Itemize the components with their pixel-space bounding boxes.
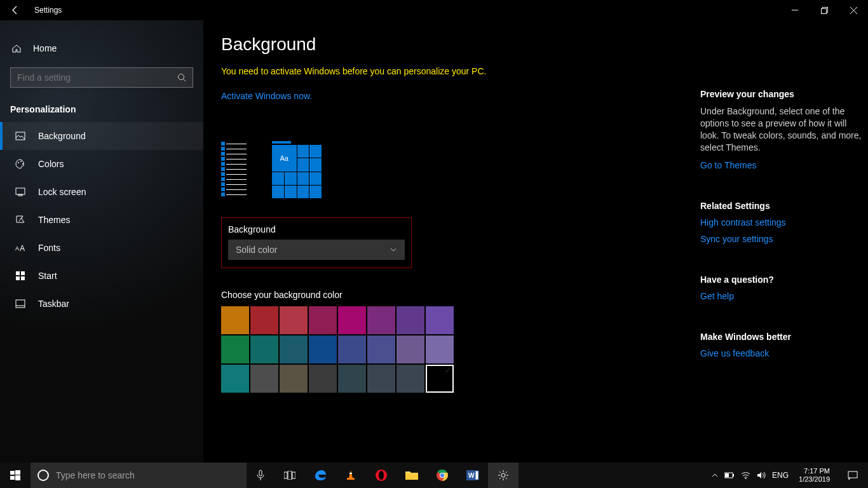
color-swatch[interactable] [280,336,308,363]
edge-app[interactable] [305,463,336,488]
svg-rect-29 [349,473,352,474]
color-swatch[interactable] [426,306,454,334]
maximize-button[interactable] [810,0,839,20]
color-swatch[interactable] [309,336,337,363]
tray-time: 7:17 PM [799,467,830,475]
edge-icon [313,468,327,482]
start-icon [15,271,25,281]
home-label: Home [33,43,57,53]
help-link[interactable]: Get help [700,291,865,301]
color-swatch[interactable] [397,365,424,393]
taskview-button[interactable] [275,463,305,488]
preview-heading: Preview your changes [700,89,865,99]
nav-start[interactable]: Start [0,262,203,290]
minimize-button[interactable] [780,0,810,20]
svg-point-6 [18,162,19,163]
color-swatch[interactable] [280,306,308,334]
color-swatch[interactable] [338,365,366,393]
color-swatch[interactable] [397,306,424,334]
better-heading: Make Windows better [700,332,865,342]
color-swatch[interactable] [221,336,249,363]
home-icon [11,43,22,53]
themes-link[interactable]: Go to Themes [700,160,865,170]
color-swatch[interactable] [309,306,337,334]
svg-point-35 [440,473,444,477]
chevron-up-icon [712,472,718,478]
svg-line-4 [184,79,186,82]
action-center[interactable] [840,471,865,480]
tray-wifi[interactable] [741,471,750,479]
background-dropdown[interactable]: Solid color [228,240,405,260]
color-swatch[interactable] [250,365,278,393]
color-swatch[interactable] [338,306,366,334]
color-swatch[interactable] [367,365,395,393]
activate-link[interactable]: Activate Windows now. [221,91,312,101]
nav-label: Taskbar [38,299,69,309]
home-nav[interactable]: Home [0,36,203,61]
color-swatch[interactable] [367,306,395,334]
related-heading: Related Settings [700,201,865,211]
svg-rect-24 [259,470,262,476]
feedback-link[interactable]: Give us feedback [700,348,865,358]
preview-aa: Aa [272,145,297,172]
tray-lang[interactable]: ENG [772,471,789,480]
sync-link[interactable]: Sync your settings [700,234,865,244]
color-swatch[interactable] [426,336,454,363]
tray-battery[interactable] [724,472,735,478]
taskbar-search[interactable]: Type here to search [31,463,247,488]
nav-taskbar[interactable]: Taskbar [0,290,203,318]
vlc-app[interactable] [336,463,366,488]
preview-start: Aa [272,141,322,198]
close-button[interactable] [839,0,868,20]
opera-icon [375,469,388,482]
color-swatch[interactable] [426,365,454,393]
mic-button[interactable] [247,463,275,488]
word-app[interactable]: W [458,463,488,488]
opera-app[interactable] [366,463,397,488]
svg-rect-2 [821,8,826,13]
color-swatch[interactable] [397,336,424,363]
color-swatch[interactable] [367,336,395,363]
svg-rect-10 [18,194,22,196]
color-swatch[interactable] [221,365,249,393]
svg-rect-38 [475,471,478,480]
sidebar: Home Personalization Background Colors L… [0,20,203,463]
sidebar-search-input[interactable] [17,72,177,83]
volume-icon [757,471,766,479]
chrome-app[interactable] [427,463,458,488]
sidebar-search[interactable] [10,67,193,88]
nav-lock-screen[interactable]: Lock screen [0,178,203,206]
windows-icon [10,470,20,480]
window-title: Settings [25,6,62,15]
svg-rect-28 [347,478,355,480]
minimize-icon [792,7,798,13]
nav-background[interactable]: Background [0,122,203,150]
close-icon [850,7,857,14]
tray-clock[interactable]: 7:17 PM 1/23/2019 [795,467,834,483]
color-swatch[interactable] [250,336,278,363]
start-button[interactable] [0,463,31,488]
svg-rect-25 [284,472,287,478]
tray-chevron[interactable] [712,472,718,478]
color-swatch[interactable] [280,365,308,393]
high-contrast-link[interactable]: High contrast settings [700,217,865,227]
palette-icon [15,159,25,169]
svg-rect-16 [21,276,25,280]
color-swatch[interactable] [309,365,337,393]
explorer-app[interactable] [397,463,427,488]
nav-colors[interactable]: Colors [0,150,203,178]
color-swatch[interactable] [250,306,278,334]
battery-icon [724,472,735,478]
nav-themes[interactable]: Themes [0,206,203,234]
tray-volume[interactable] [757,471,766,479]
activation-warning: You need to activate Windows before you … [221,66,850,76]
color-swatch[interactable] [338,336,366,363]
svg-rect-22 [15,475,20,480]
back-button[interactable] [5,0,25,20]
svg-point-31 [379,471,384,480]
color-swatch[interactable] [221,306,249,334]
lock-screen-icon [15,187,25,197]
svg-rect-27 [292,472,295,478]
nav-fonts[interactable]: AA Fonts [0,234,203,262]
settings-app[interactable] [488,463,519,488]
